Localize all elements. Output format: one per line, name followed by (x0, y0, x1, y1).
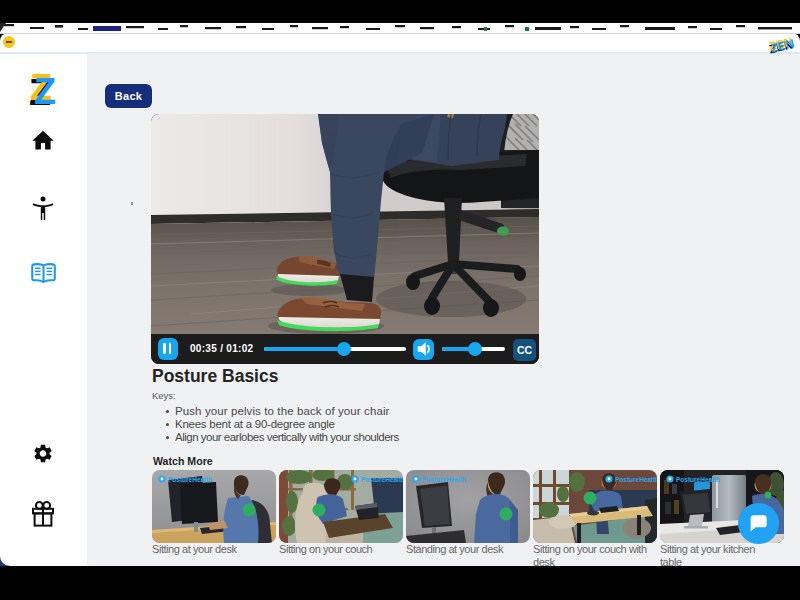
svg-text:PostureHealth: PostureHealth (168, 476, 212, 483)
svg-text:PostureHealth: PostureHealth (615, 476, 657, 483)
svg-text:PostureHealth: PostureHealth (676, 476, 720, 483)
svg-text:PostureHealth: PostureHealth (422, 476, 466, 483)
svg-text:Z: Z (34, 71, 56, 109)
svg-text:PostureHealth: PostureHealth (361, 476, 403, 483)
